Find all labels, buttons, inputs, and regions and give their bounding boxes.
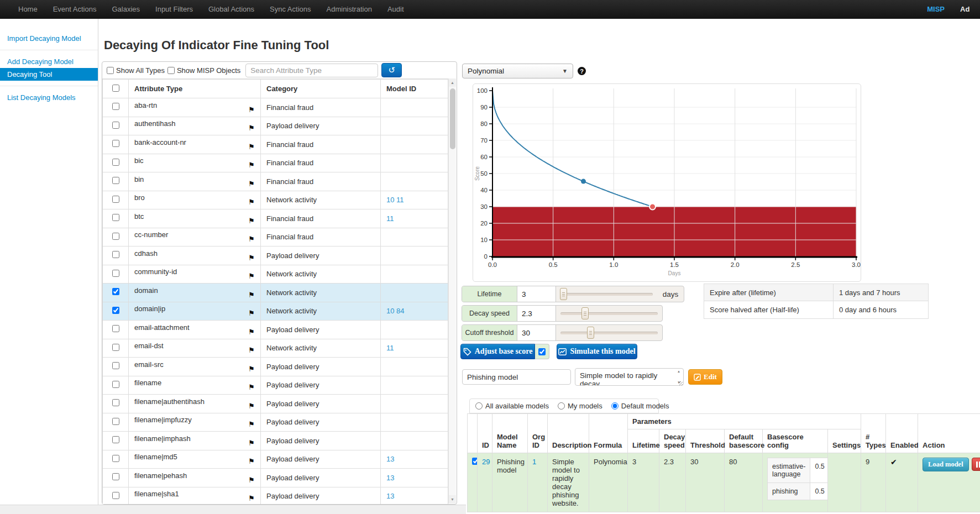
attribute-table-scrollbar[interactable]: ▲ ▼ xyxy=(448,78,456,503)
adjust-base-score-checkbox[interactable] xyxy=(538,348,546,355)
org-id-link[interactable]: 1 xyxy=(532,458,536,466)
sidebar-item-decaying-tool[interactable]: Decaying Tool xyxy=(0,68,98,81)
load-model-button[interactable]: Load model xyxy=(923,458,969,471)
scrollbar-thumb[interactable] xyxy=(450,88,455,149)
attribute-row-checkbox[interactable] xyxy=(112,455,119,462)
attribute-row-checkbox[interactable] xyxy=(112,177,119,184)
decay-speed-slider[interactable] xyxy=(556,306,662,321)
attribute-row-checkbox[interactable] xyxy=(112,159,119,166)
adjust-base-score-button[interactable]: Adjust base score xyxy=(460,344,535,359)
nav-item-event-actions[interactable]: Event Actions xyxy=(45,0,104,19)
select-all-checkbox[interactable] xyxy=(112,85,119,92)
model-description-textarea[interactable]: Simple model to rapidly decay xyxy=(575,368,684,386)
show-misp-objects-option[interactable]: Show MISP Objects xyxy=(166,66,240,75)
flag-icon[interactable]: ⚑ xyxy=(248,143,255,151)
lifetime-slider-handle[interactable] xyxy=(560,288,567,300)
nav-item-input-filters[interactable]: Input Filters xyxy=(148,0,201,19)
model-id-link[interactable]: 11 xyxy=(394,196,403,204)
flag-icon[interactable]: ⚑ xyxy=(248,346,255,354)
nav-item-audit[interactable]: Audit xyxy=(380,0,412,19)
flag-icon[interactable]: ⚑ xyxy=(248,254,255,262)
decay-speed-slider-handle[interactable] xyxy=(581,307,589,319)
model-id-link[interactable]: 29 xyxy=(482,458,490,466)
lifetime-slider[interactable] xyxy=(556,286,657,302)
pause-model-button[interactable] xyxy=(972,458,980,471)
attribute-row-checkbox[interactable] xyxy=(112,473,119,480)
cutoff-threshold-input[interactable] xyxy=(517,325,556,340)
attribute-row-checkbox[interactable] xyxy=(112,362,119,369)
simulate-model-button[interactable]: Simulate this model xyxy=(557,344,637,359)
flag-icon[interactable]: ⚑ xyxy=(248,328,255,336)
nav-item-home[interactable]: Home xyxy=(11,0,45,19)
attribute-row-checkbox[interactable] xyxy=(112,196,119,203)
model-id-link[interactable]: 11 xyxy=(386,344,394,352)
attribute-row-checkbox[interactable] xyxy=(112,344,119,351)
model-id-link[interactable]: 13 xyxy=(386,474,394,482)
attribute-row-checkbox[interactable] xyxy=(112,103,119,110)
model-filter-radio[interactable] xyxy=(558,402,565,410)
attribute-row-checkbox[interactable] xyxy=(112,436,119,443)
attribute-row-checkbox[interactable] xyxy=(112,418,119,425)
model-row-checkbox[interactable] xyxy=(472,458,478,465)
nav-item-galaxies[interactable]: Galaxies xyxy=(104,0,148,19)
scroll-up-icon[interactable]: ▲ xyxy=(449,78,456,87)
cutoff-intersection-point[interactable] xyxy=(649,204,656,210)
flag-icon[interactable]: ⚑ xyxy=(248,198,255,206)
edit-model-button[interactable]: Edit xyxy=(688,369,722,385)
flag-icon[interactable]: ⚑ xyxy=(248,476,255,484)
attribute-row-checkbox[interactable] xyxy=(112,492,119,499)
attribute-row-checkbox[interactable] xyxy=(112,140,119,147)
decay-speed-input[interactable] xyxy=(517,306,556,321)
nav-item-administration[interactable]: Administration xyxy=(319,0,380,19)
scroll-down-icon[interactable]: ▼ xyxy=(449,495,456,503)
flag-icon[interactable]: ⚑ xyxy=(248,309,255,317)
refresh-button[interactable]: ↺ xyxy=(381,63,402,77)
model-name-input[interactable] xyxy=(462,369,571,385)
attribute-row-checkbox[interactable] xyxy=(112,270,119,277)
model-filter-radio[interactable] xyxy=(611,402,619,410)
model-filter-radio[interactable] xyxy=(475,402,483,410)
attribute-row-checkbox[interactable] xyxy=(112,251,119,258)
sidebar-item-list-decaying-models[interactable]: List Decaying Models xyxy=(0,91,98,104)
attribute-row-checkbox[interactable] xyxy=(112,288,119,295)
flag-icon[interactable]: ⚑ xyxy=(248,161,255,169)
model-filter-default-models[interactable]: Default models xyxy=(611,402,669,410)
attribute-row-checkbox[interactable] xyxy=(112,381,119,388)
attribute-row-checkbox[interactable] xyxy=(112,399,119,406)
attribute-row-checkbox[interactable] xyxy=(112,233,119,240)
sidebar-item-import-decaying-model[interactable]: Import Decaying Model xyxy=(0,32,98,45)
nav-item-global-actions[interactable]: Global Actions xyxy=(201,0,262,19)
flag-icon[interactable]: ⚑ xyxy=(248,439,255,447)
model-id-link[interactable]: 10 xyxy=(386,307,394,315)
cutoff-threshold-slider[interactable] xyxy=(556,325,662,340)
formula-select[interactable]: Polynomial ▼ xyxy=(462,64,573,78)
show-all-types-checkbox[interactable] xyxy=(107,67,114,74)
model-id-link[interactable]: 13 xyxy=(386,455,394,463)
textarea-resize-grip-icon[interactable] xyxy=(679,381,683,385)
flag-icon[interactable]: ⚑ xyxy=(248,365,255,373)
attribute-row-checkbox[interactable] xyxy=(112,325,119,332)
attribute-row-checkbox[interactable] xyxy=(112,307,119,314)
model-id-link[interactable]: 11 xyxy=(386,214,394,223)
search-attribute-input[interactable] xyxy=(245,64,378,77)
flag-icon[interactable]: ⚑ xyxy=(248,106,255,114)
flag-icon[interactable]: ⚑ xyxy=(248,272,255,280)
flag-icon[interactable]: ⚑ xyxy=(248,291,255,299)
current-score-point[interactable] xyxy=(581,179,586,184)
lifetime-input[interactable] xyxy=(517,286,556,302)
model-filter-all-available-models[interactable]: All available models xyxy=(475,402,549,410)
flag-icon[interactable]: ⚑ xyxy=(248,235,255,243)
model-filter-my-models[interactable]: My models xyxy=(558,402,602,410)
show-all-types-option[interactable]: Show All Types xyxy=(106,66,165,75)
sidebar-item-add-decaying-model[interactable]: Add Decaying Model xyxy=(0,55,98,68)
flag-icon[interactable]: ⚑ xyxy=(248,420,255,428)
flag-icon[interactable]: ⚑ xyxy=(248,217,255,225)
model-id-link[interactable]: 10 xyxy=(386,196,394,204)
flag-icon[interactable]: ⚑ xyxy=(248,402,255,410)
flag-icon[interactable]: ⚑ xyxy=(248,180,255,188)
model-id-link[interactable]: 13 xyxy=(386,492,394,500)
show-misp-objects-checkbox[interactable] xyxy=(167,67,175,74)
help-icon[interactable]: ? xyxy=(578,67,586,75)
user-menu-link[interactable]: Adm xyxy=(960,5,969,13)
flag-icon[interactable]: ⚑ xyxy=(248,457,255,465)
